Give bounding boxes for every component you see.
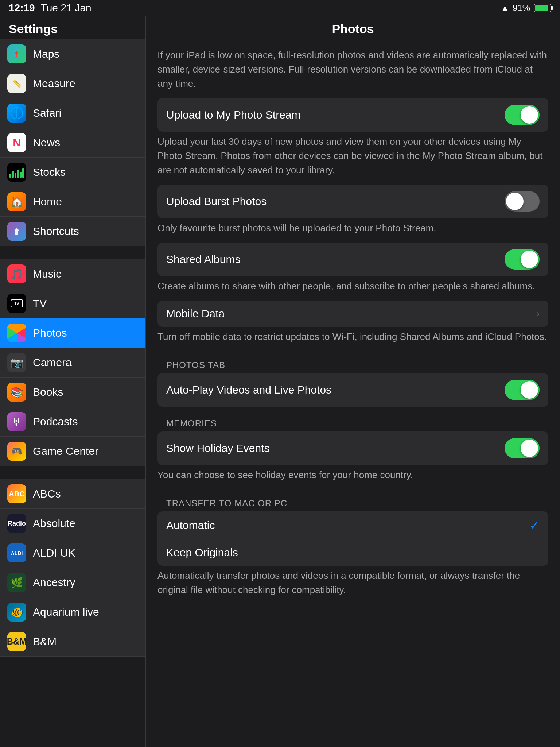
mobile-data-label: Mobile Data bbox=[166, 307, 225, 320]
mobile-data-card: Mobile Data › bbox=[158, 301, 548, 327]
gamecenter-label: Game Center bbox=[33, 445, 98, 457]
burst-photos-toggle[interactable] bbox=[505, 191, 540, 212]
sidebar-item-stocks[interactable]: Stocks bbox=[0, 158, 145, 187]
sidebar-header: Settings bbox=[0, 16, 145, 39]
autoplay-toggle[interactable] bbox=[505, 380, 540, 400]
ancestry-icon: 🌿 bbox=[7, 573, 26, 592]
absolute-label: Absolute bbox=[33, 517, 75, 530]
battery-fill bbox=[535, 5, 548, 11]
right-panel-content: If your iPad is low on space, full-resol… bbox=[146, 39, 560, 613]
sidebar-item-camera[interactable]: 📷 Camera bbox=[0, 348, 145, 378]
sidebar-item-podcasts[interactable]: 🎙 Podcasts bbox=[0, 407, 145, 437]
transfer-card: Automatic ✓ Keep Originals bbox=[158, 511, 548, 566]
sidebar-item-absolute[interactable]: Radio Absolute bbox=[0, 509, 145, 538]
autoplay-card: Auto-Play Videos and Live Photos bbox=[158, 373, 548, 407]
shared-albums-label: Shared Albums bbox=[166, 253, 240, 266]
autoplay-label: Auto-Play Videos and Live Photos bbox=[166, 384, 331, 396]
photo-stream-description: Upload your last 30 days of new photos a… bbox=[158, 135, 548, 177]
main-content: Settings Maps 📏 bbox=[0, 16, 560, 747]
burst-photos-card: Upload Burst Photos bbox=[158, 185, 548, 218]
books-icon: 📚 bbox=[7, 383, 26, 402]
memories-section-label: MEMORIES bbox=[158, 410, 548, 431]
home-icon: 🏠 bbox=[7, 192, 26, 211]
sidebar-section-2: 🎵 Music TV TV Photos � bbox=[0, 259, 145, 466]
holiday-events-label: Show Holiday Events bbox=[166, 442, 269, 454]
photos-tab-section-label: PHOTOS TAB bbox=[158, 351, 548, 373]
holiday-events-row: Show Holiday Events bbox=[158, 431, 548, 465]
aquarium-label: Aquarium live bbox=[33, 606, 99, 618]
camera-icon: 📷 bbox=[7, 353, 26, 372]
burst-photos-label: Upload Burst Photos bbox=[166, 195, 267, 208]
sidebar-item-measure[interactable]: 📏 Measure bbox=[0, 69, 145, 98]
sidebar-gap-1 bbox=[0, 246, 145, 259]
sidebar-item-music[interactable]: 🎵 Music bbox=[0, 259, 145, 289]
maps-icon bbox=[7, 44, 26, 63]
sidebar-item-bm[interactable]: B&M B&M bbox=[0, 627, 145, 656]
maps-label: Maps bbox=[33, 48, 59, 60]
sidebar-item-gamecenter[interactable]: 🎮 Game Center bbox=[0, 437, 145, 466]
sidebar-section-1: Maps 📏 Measure Safari bbox=[0, 39, 145, 246]
photo-stream-label: Upload to My Photo Stream bbox=[166, 109, 301, 121]
abcs-label: ABCs bbox=[33, 488, 61, 500]
sidebar-item-ancestry[interactable]: 🌿 Ancestry bbox=[0, 568, 145, 597]
news-icon: N bbox=[7, 133, 26, 152]
shared-albums-toggle[interactable] bbox=[505, 249, 540, 270]
podcasts-icon: 🎙 bbox=[7, 412, 26, 431]
automatic-row[interactable]: Automatic ✓ bbox=[158, 511, 548, 539]
absolute-icon: Radio bbox=[7, 514, 26, 533]
battery-icon bbox=[534, 4, 551, 12]
bm-icon: B&M bbox=[7, 632, 26, 651]
bm-label: B&M bbox=[33, 635, 57, 648]
autoplay-toggle-knob bbox=[521, 381, 538, 399]
news-label: News bbox=[33, 136, 60, 149]
sidebar-item-safari[interactable]: Safari bbox=[0, 98, 145, 128]
photos-label: Photos bbox=[33, 327, 67, 339]
aldi-icon: ALDI bbox=[7, 543, 26, 562]
safari-label: Safari bbox=[33, 107, 61, 119]
mobile-data-row[interactable]: Mobile Data › bbox=[158, 301, 548, 327]
shared-albums-toggle-knob bbox=[521, 251, 538, 268]
stocks-label: Stocks bbox=[33, 166, 66, 178]
burst-photos-row: Upload Burst Photos bbox=[158, 185, 548, 218]
sidebar-item-books[interactable]: 📚 Books bbox=[0, 378, 145, 407]
stocks-icon bbox=[7, 163, 26, 182]
music-label: Music bbox=[33, 268, 61, 280]
photo-stream-row: Upload to My Photo Stream bbox=[158, 98, 548, 132]
holiday-events-toggle[interactable] bbox=[505, 438, 540, 458]
photo-stream-card: Upload to My Photo Stream bbox=[158, 98, 548, 132]
aquarium-icon: 🐠 bbox=[7, 603, 26, 622]
sidebar-item-aquarium[interactable]: 🐠 Aquarium live bbox=[0, 597, 145, 627]
svg-text:TV: TV bbox=[15, 302, 19, 306]
mobile-data-chevron: › bbox=[536, 308, 540, 320]
keep-originals-row[interactable]: Keep Originals bbox=[158, 539, 548, 566]
sidebar-section-3: ABC ABCs Radio Absolute ALDI ALDI UK bbox=[0, 479, 145, 657]
sidebar-item-abcs[interactable]: ABC ABCs bbox=[0, 479, 145, 509]
sidebar-item-news[interactable]: N News bbox=[0, 128, 145, 158]
shared-albums-card: Shared Albums bbox=[158, 243, 548, 276]
burst-photos-description: Only favourite burst photos will be uplo… bbox=[158, 221, 548, 235]
status-right: ▲ 91% bbox=[501, 3, 551, 13]
sidebar-item-home[interactable]: 🏠 Home bbox=[0, 187, 145, 217]
home-label: Home bbox=[33, 196, 62, 208]
mobile-data-description: Turn off mobile data to restrict updates… bbox=[158, 330, 548, 344]
sidebar-item-tv[interactable]: TV TV bbox=[0, 289, 145, 318]
keep-originals-label: Keep Originals bbox=[166, 546, 238, 559]
photo-stream-toggle-knob bbox=[521, 106, 538, 124]
photo-stream-toggle[interactable] bbox=[505, 105, 540, 125]
automatic-checkmark: ✓ bbox=[529, 518, 540, 533]
status-time: 12:19 bbox=[9, 2, 35, 14]
shared-albums-description: Create albums to share with other people… bbox=[158, 279, 548, 293]
sidebar: Settings Maps 📏 bbox=[0, 16, 146, 747]
svg-text:ALDI: ALDI bbox=[11, 550, 23, 556]
holiday-events-card: Show Holiday Events bbox=[158, 431, 548, 465]
shared-albums-row: Shared Albums bbox=[158, 243, 548, 276]
sidebar-item-photos[interactable]: Photos bbox=[0, 318, 145, 348]
aldi-label: ALDI UK bbox=[33, 547, 75, 559]
sidebar-item-aldi[interactable]: ALDI ALDI UK bbox=[0, 538, 145, 568]
books-label: Books bbox=[33, 386, 63, 398]
sidebar-item-shortcuts[interactable]: Shortcuts bbox=[0, 217, 145, 246]
holiday-events-description: You can choose to see holiday events for… bbox=[158, 468, 548, 482]
sidebar-item-maps[interactable]: Maps bbox=[0, 39, 145, 69]
measure-label: Measure bbox=[33, 77, 75, 90]
shortcuts-label: Shortcuts bbox=[33, 225, 79, 237]
